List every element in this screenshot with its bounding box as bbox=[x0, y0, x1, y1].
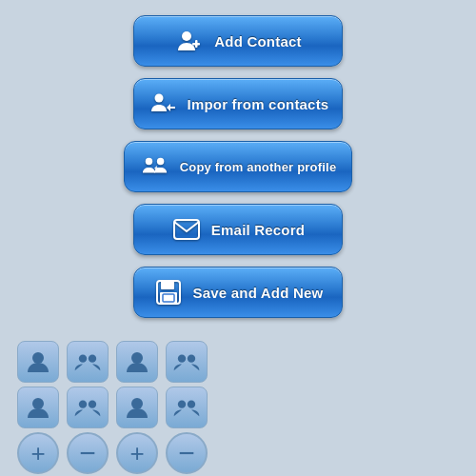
avatar-single-1[interactable] bbox=[17, 341, 59, 383]
save-icon bbox=[153, 277, 184, 307]
add-action-1[interactable]: + bbox=[17, 432, 59, 474]
avatar-single-2[interactable] bbox=[116, 341, 158, 383]
svg-point-4 bbox=[145, 158, 151, 165]
copy-profile-button[interactable]: Copy from another profile bbox=[124, 141, 352, 192]
remove-action-2[interactable]: − bbox=[166, 432, 208, 474]
svg-point-22 bbox=[188, 401, 195, 408]
email-record-label: Email Record bbox=[211, 222, 305, 238]
remove-action-1[interactable]: − bbox=[67, 432, 109, 474]
copy-profile-label: Copy from another profile bbox=[180, 160, 337, 174]
avatar-single-3[interactable] bbox=[17, 387, 59, 428]
svg-point-5 bbox=[157, 158, 164, 165]
svg-point-19 bbox=[89, 401, 96, 408]
svg-point-21 bbox=[178, 401, 186, 408]
svg-point-12 bbox=[79, 355, 87, 363]
svg-point-14 bbox=[131, 352, 143, 364]
import-contacts-label: Impor from contacts bbox=[188, 96, 329, 112]
svg-point-3 bbox=[154, 94, 163, 103]
svg-point-17 bbox=[32, 398, 44, 409]
person-add-icon bbox=[174, 26, 205, 56]
avatar-grid-section: + − + − + − + − A B bbox=[0, 333, 476, 476]
svg-point-18 bbox=[79, 401, 87, 408]
save-add-new-button[interactable]: Save and Add New bbox=[133, 267, 343, 318]
svg-point-16 bbox=[188, 355, 195, 363]
svg-point-20 bbox=[131, 398, 143, 409]
svg-rect-2 bbox=[192, 43, 200, 46]
avatar-double-1[interactable] bbox=[67, 341, 109, 383]
svg-point-0 bbox=[182, 31, 191, 41]
import-person-icon bbox=[148, 89, 178, 119]
avatar-double-2[interactable] bbox=[166, 341, 208, 383]
avatar-double-3[interactable] bbox=[67, 387, 109, 428]
svg-rect-8 bbox=[161, 281, 174, 289]
import-contacts-button[interactable]: Impor from contacts bbox=[133, 78, 343, 129]
avatar-double-4[interactable] bbox=[166, 387, 208, 428]
copy-profiles-icon bbox=[140, 151, 170, 182]
svg-point-15 bbox=[178, 355, 186, 363]
svg-point-11 bbox=[32, 352, 44, 364]
add-contact-button[interactable]: Add Contact bbox=[133, 15, 343, 67]
svg-rect-6 bbox=[174, 220, 199, 239]
avatar-single-4[interactable] bbox=[116, 387, 158, 428]
add-contact-label: Add Contact bbox=[214, 33, 301, 50]
email-record-button[interactable]: Email Record bbox=[133, 204, 343, 255]
save-add-new-label: Save and Add New bbox=[193, 285, 324, 301]
main-panel: Add Contact Impor from contacts Copy fro… bbox=[0, 0, 476, 333]
svg-point-13 bbox=[89, 355, 96, 363]
email-icon bbox=[171, 214, 202, 245]
add-action-2[interactable]: + bbox=[116, 432, 158, 474]
